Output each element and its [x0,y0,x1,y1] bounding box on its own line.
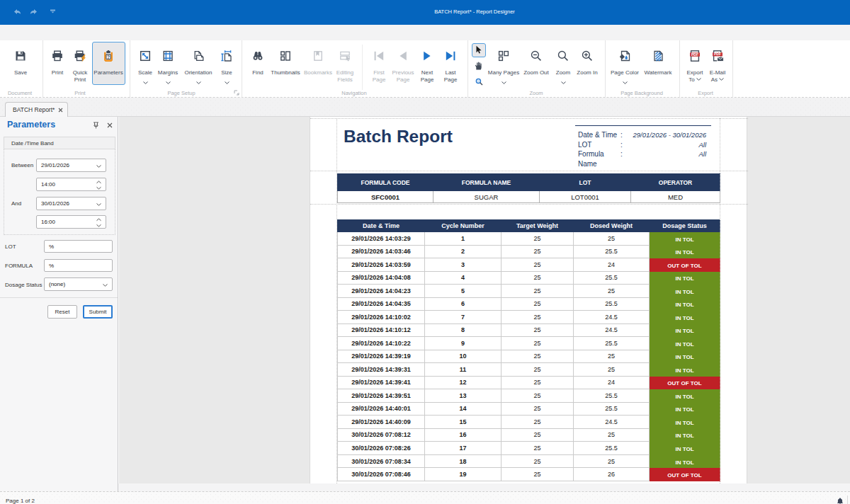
svg-text:PDF: PDF [691,52,698,57]
svg-text:?: ? [107,55,110,59]
svg-text:PDF: PDF [714,52,721,56]
